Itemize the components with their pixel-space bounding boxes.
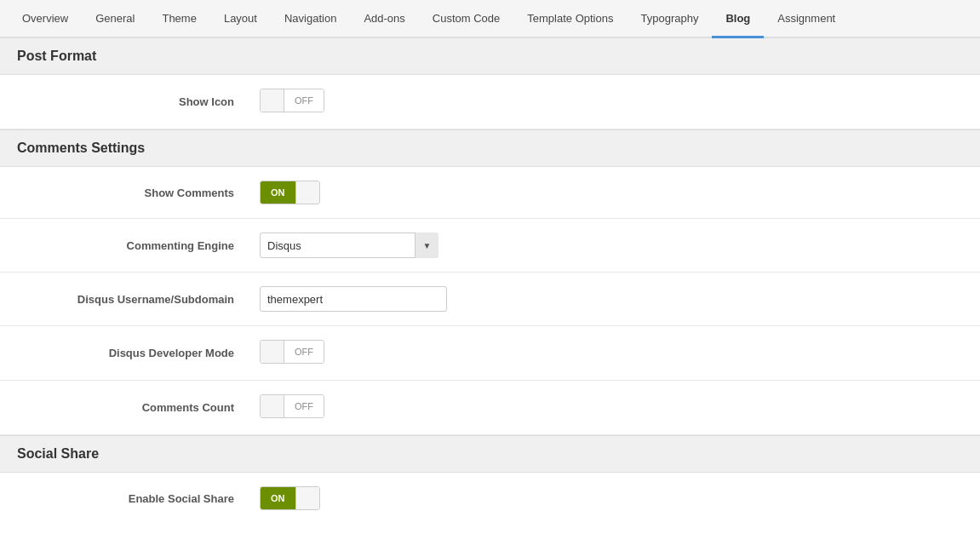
show-comments-control: ON [260, 181, 963, 204]
disqus-username-control [260, 286, 963, 312]
top-navigation: Overview General Theme Layout Navigation… [0, 0, 980, 37]
nav-theme[interactable]: Theme [148, 1, 209, 38]
commenting-engine-dropdown-wrapper: Disqus WordPress Facebook ▼ [260, 233, 438, 258]
nav-layout[interactable]: Layout [210, 1, 271, 38]
enable-social-share-row: Enable Social Share ON [0, 473, 980, 524]
toggle-off-blank-left [261, 89, 284, 112]
toggle-off-count-text: OFF [284, 394, 324, 418]
disqus-dev-mode-control: OFF [260, 340, 963, 366]
toggle-off-text: OFF [284, 89, 324, 112]
social-share-header: Social Share [0, 435, 980, 473]
disqus-username-input[interactable] [260, 286, 447, 312]
show-icon-label: Show Icon [17, 95, 260, 108]
nav-navigation[interactable]: Navigation [271, 1, 350, 38]
main-content: Post Format Show Icon OFF Comments Setti… [0, 37, 980, 524]
commenting-engine-control: Disqus WordPress Facebook ▼ [260, 233, 963, 258]
toggle-off-dev-text: OFF [284, 340, 324, 364]
commenting-engine-row: Commenting Engine Disqus WordPress Faceb… [0, 219, 980, 273]
disqus-username-row: Disqus Username/Subdomain [0, 273, 980, 326]
nav-general[interactable]: General [82, 1, 148, 38]
comments-count-label: Comments Count [17, 401, 260, 414]
enable-social-share-label: Enable Social Share [17, 492, 260, 505]
toggle-blank-right [295, 181, 319, 204]
commenting-engine-label: Commenting Engine [17, 239, 260, 252]
show-comments-toggle[interactable]: ON [260, 181, 320, 204]
toggle-on-text: ON [261, 181, 295, 204]
comments-settings-header: Comments Settings [0, 129, 980, 167]
enable-social-share-control: ON [260, 486, 963, 510]
show-comments-row: Show Comments ON [0, 167, 980, 219]
show-comments-label: Show Comments [17, 187, 260, 199]
post-format-header: Post Format [0, 37, 980, 75]
nav-custom-code[interactable]: Custom Code [419, 1, 513, 38]
toggle-blank-social [295, 486, 319, 510]
nav-assignment[interactable]: Assignment [764, 1, 849, 38]
enable-social-share-toggle[interactable]: ON [260, 486, 320, 510]
toggle-on-social: ON [261, 486, 295, 510]
disqus-username-label: Disqus Username/Subdomain [17, 293, 260, 306]
show-icon-row: Show Icon OFF [0, 75, 980, 129]
commenting-engine-select[interactable]: Disqus WordPress Facebook [260, 233, 438, 258]
comments-count-row: Comments Count OFF [0, 381, 980, 435]
nav-overview[interactable]: Overview [9, 1, 82, 38]
nav-template-options[interactable]: Template Options [513, 1, 627, 38]
show-icon-toggle[interactable]: OFF [260, 89, 324, 112]
comments-count-control: OFF [260, 394, 963, 421]
disqus-dev-mode-row: Disqus Developer Mode OFF [0, 326, 980, 381]
nav-typography[interactable]: Typography [627, 1, 712, 38]
disqus-dev-mode-toggle[interactable]: OFF [260, 340, 324, 364]
nav-addons[interactable]: Add-ons [350, 1, 418, 38]
nav-blog[interactable]: Blog [712, 1, 764, 38]
toggle-blank-left-count [261, 394, 284, 418]
show-icon-control: OFF [260, 89, 963, 115]
comments-count-toggle[interactable]: OFF [260, 394, 324, 418]
toggle-blank-left-dev [261, 340, 284, 364]
disqus-dev-mode-label: Disqus Developer Mode [17, 347, 260, 359]
